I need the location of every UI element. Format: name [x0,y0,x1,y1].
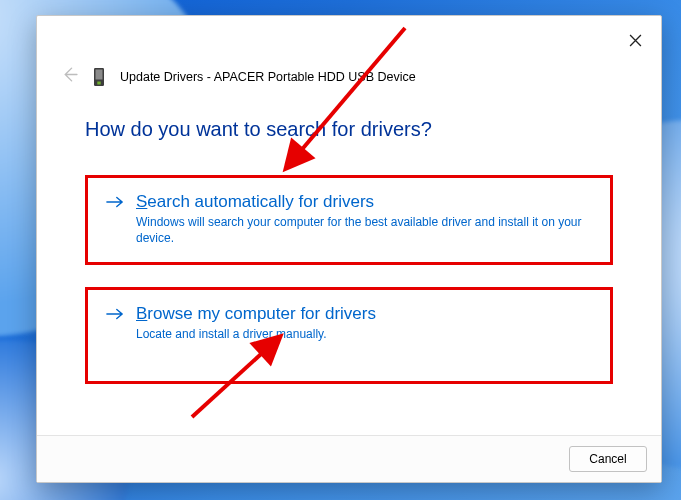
svg-rect-2 [97,81,100,84]
dialog-title: Update Drivers - APACER Portable HDD USB… [120,70,416,84]
cancel-button[interactable]: Cancel [569,446,647,472]
device-icon [92,67,106,87]
question-heading: How do you want to search for drivers? [85,118,613,141]
svg-rect-1 [96,69,103,79]
arrow-right-icon [106,195,124,213]
close-icon [629,34,642,47]
option-search-automatically[interactable]: Search automatically for drivers Windows… [85,175,613,265]
dialog-footer: Cancel [37,435,661,482]
close-button[interactable] [623,28,647,52]
option-title: Search automatically for drivers [136,192,594,212]
dialog-header: Update Drivers - APACER Portable HDD USB… [37,16,446,87]
back-icon [61,66,78,87]
option-description: Windows will search your computer for th… [136,214,594,246]
option-description: Locate and install a driver manually. [136,326,594,342]
arrow-right-icon [106,307,124,325]
option-browse-computer[interactable]: Browse my computer for drivers Locate an… [85,287,613,383]
option-title: Browse my computer for drivers [136,304,594,324]
update-drivers-dialog: Update Drivers - APACER Portable HDD USB… [36,15,662,483]
